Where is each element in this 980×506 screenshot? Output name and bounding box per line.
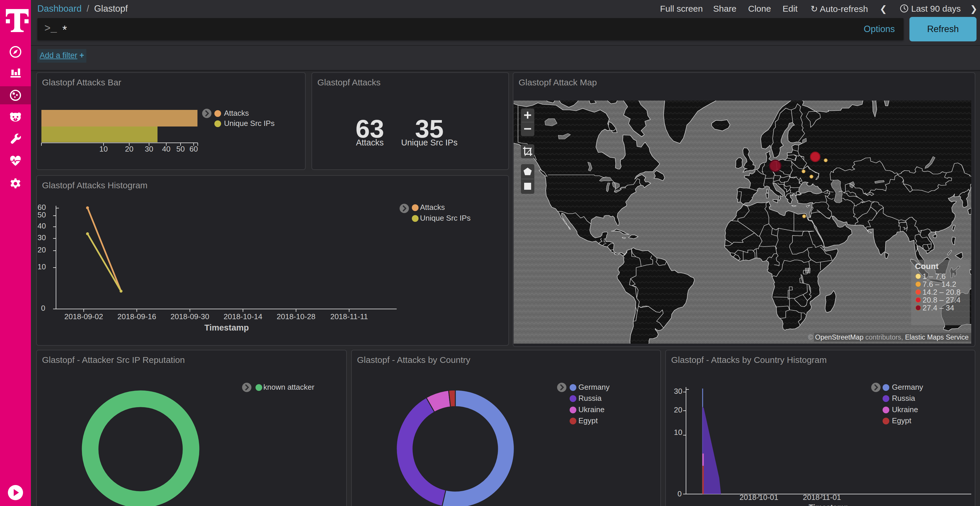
svg-text:27.4 – 34: 27.4 – 34 (923, 303, 954, 312)
svg-text:20.8 – 27.4: 20.8 – 27.4 (923, 295, 961, 304)
svg-text:7.6 – 14.2: 7.6 – 14.2 (923, 280, 956, 289)
svg-text:14.2 – 20.8: 14.2 – 20.8 (923, 288, 961, 297)
svg-text:Count: Count (915, 262, 939, 271)
svg-text:1 – 7.6: 1 – 7.6 (923, 272, 946, 281)
svg-text:© OpenStreetMap contributors,: © OpenStreetMap contributors, Elastic Ma… (808, 333, 969, 341)
